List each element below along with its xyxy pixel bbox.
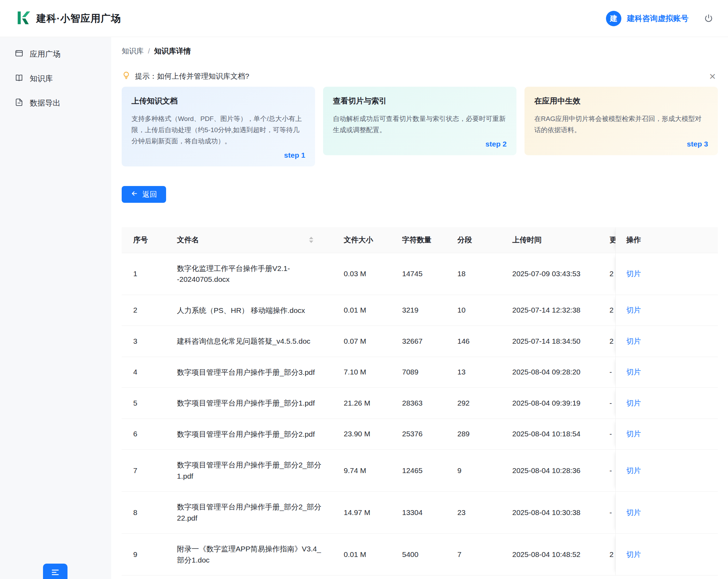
slice-link[interactable]: 切片 — [626, 466, 641, 476]
cell-filesize: 7.10 M — [332, 368, 391, 376]
cell-filesize: 21.26 M — [332, 399, 391, 407]
filename-text: 附录一《数字监理APP简易操作指南》V3.4_部分1.doc — [177, 543, 322, 565]
cell-upload-time: 2025-07-09 03:43:53 — [501, 270, 600, 278]
cell-filename: 数字项目管理平台用户操作手册_部分2_部分1.pdf — [165, 450, 332, 491]
breadcrumb-knowledge-base[interactable]: 知识库 — [122, 46, 144, 56]
card-body: 支持多种格式（Word、PDF、图片等），单个/总大小有上限，上传后自动处理（约… — [131, 113, 305, 147]
cell-index: 8 — [122, 508, 165, 517]
table-row: 3 建科咨询信息化常见问题答疑_v4.5.5.doc 0.07 M 32667 … — [122, 326, 718, 357]
cell-charcount: 7089 — [391, 368, 446, 376]
cell-filesize: 0.01 M — [332, 306, 391, 314]
cell-action: 切片 — [615, 357, 718, 388]
table-row: 5 数字项目管理平台用户操作手册_部分1.pdf 21.26 M 28363 2… — [122, 388, 718, 419]
breadcrumb-current: 知识库详情 — [154, 46, 191, 56]
cell-segments: 23 — [446, 508, 501, 517]
cell-index: 7 — [122, 466, 165, 475]
step-card-upload: 上传知识文档 支持多种格式（Word、PDF、图片等），单个/总大小有上限，上传… — [122, 87, 315, 166]
cell-upload-time: 2025-08-04 10:28:36 — [501, 466, 600, 475]
slice-link[interactable]: 切片 — [626, 305, 641, 315]
close-icon[interactable]: × — [709, 71, 716, 82]
cell-action: 切片 — [615, 295, 718, 326]
filename-text: 数字项目管理平台用户操作手册_部分2_部分1.pdf — [177, 459, 322, 481]
slice-link[interactable]: 切片 — [626, 367, 641, 377]
cell-action: 切片 — [615, 534, 718, 575]
back-button[interactable]: 返回 — [122, 186, 166, 203]
logout-icon[interactable] — [704, 14, 713, 23]
slice-link[interactable]: 切片 — [626, 550, 641, 559]
sidebar-item-data-export[interactable]: 数据导出 — [0, 91, 111, 115]
card-body: 自动解析成功后可查看切片数量与索引状态，必要时可重新生成或调整配置。 — [333, 113, 507, 136]
cell-action: 切片 — [615, 450, 718, 491]
cell-segments: 9 — [446, 466, 501, 475]
sidebar-item-label: 应用广场 — [30, 49, 60, 59]
cell-action: 切片 — [615, 388, 718, 419]
cell-index: 3 — [122, 337, 165, 345]
slice-link[interactable]: 切片 — [626, 336, 641, 346]
filename-text: 数字项目管理平台用户操作手册_部分3.pdf — [177, 367, 322, 378]
cell-charcount: 12465 — [391, 466, 446, 475]
cell-upload-time: 2025-07-14 12:32:38 — [501, 306, 600, 314]
breadcrumb-separator: / — [148, 47, 150, 55]
cell-filesize: 0.01 M — [332, 550, 391, 559]
step-card-slices: 查看切片与索引 自动解析成功后可查看切片数量与索引状态，必要时可重新生成或调整配… — [323, 87, 516, 155]
tip-banner: 提示：如何上传并管理知识库文档? × — [122, 71, 718, 82]
logo-wrap: 建科·小智应用广场 — [15, 10, 121, 27]
cell-segments: 7 — [446, 550, 501, 559]
cell-upload-time: 2025-08-04 09:28:20 — [501, 368, 600, 376]
col-header-index: 序号 — [122, 235, 165, 245]
cell-segments: 18 — [446, 270, 501, 278]
app-plaza-icon — [15, 49, 23, 60]
sidebar-item-app-plaza[interactable]: 应用广场 — [0, 42, 111, 66]
cell-upload-time: 2025-08-04 10:48:52 — [501, 550, 600, 559]
table-row: 8 数字项目管理平台用户操作手册_部分2_部分22.pdf 14.97 M 13… — [122, 492, 718, 534]
header-account[interactable]: 建 建科咨询虚拟账号 — [606, 11, 713, 26]
collapse-menu-button[interactable] — [43, 564, 67, 579]
cell-index: 9 — [122, 550, 165, 559]
slice-link[interactable]: 切片 — [626, 269, 641, 279]
col-header-filename[interactable]: 文件名 — [165, 234, 332, 245]
cell-charcount: 32667 — [391, 337, 446, 345]
col-header-filename-label: 文件名 — [177, 234, 199, 245]
cell-segments: 289 — [446, 430, 501, 438]
table-row: 9 附录一《数字监理APP简易操作指南》V3.4_部分1.doc 0.01 M … — [122, 534, 718, 576]
col-header-upload-time: 上传时间 — [501, 235, 600, 245]
sidebar: 应用广场 知识库 数据导出 — [0, 37, 111, 579]
cell-filesize: 0.03 M — [332, 270, 391, 278]
cell-charcount: 3219 — [391, 306, 446, 314]
slice-link[interactable]: 切片 — [626, 508, 641, 517]
cell-filename: 附录一《数字监理APP简易操作指南》V3.4_部分1.doc — [165, 534, 332, 575]
sort-icon[interactable] — [309, 237, 313, 243]
cell-filename: 数字化监理工作平台操作手册V2.1--20240705.docx — [165, 253, 332, 295]
cell-upload-time: 2025-08-04 09:39:19 — [501, 399, 600, 407]
cell-filesize: 9.74 M — [332, 466, 391, 475]
cell-action: 切片 — [615, 492, 718, 533]
avatar[interactable]: 建 — [606, 11, 621, 26]
collapse-menu-icon — [51, 568, 60, 578]
cell-filename: 数字项目管理平台用户操作手册_部分2_部分22.pdf — [165, 492, 332, 533]
cell-action: 切片 — [615, 326, 718, 357]
table-header-row: 序号 文件名 文件大小 字符数量 分段 上传时间 更 操作 — [122, 227, 718, 253]
col-header-segments: 分段 — [446, 235, 501, 245]
step-card-apply: 在应用中生效 在RAG应用中切片将会被模型检索并召回，形成大模型对话的依据语料。… — [524, 87, 718, 155]
cell-charcount: 5400 — [391, 550, 446, 559]
cell-charcount: 14745 — [391, 270, 446, 278]
slice-link[interactable]: 切片 — [626, 429, 641, 439]
slice-link[interactable]: 切片 — [626, 398, 641, 408]
breadcrumb: 知识库 / 知识库详情 — [122, 46, 718, 56]
cell-upload-time: 2025-07-14 18:34:50 — [501, 337, 600, 345]
cell-filename: 数字项目管理平台用户操作手册_部分2.pdf — [165, 419, 332, 450]
cell-index: 5 — [122, 399, 165, 407]
sidebar-item-knowledge-base[interactable]: 知识库 — [0, 66, 111, 91]
account-name[interactable]: 建科咨询虚拟账号 — [627, 13, 688, 24]
cell-charcount: 28363 — [391, 399, 446, 407]
cell-segments: 146 — [446, 337, 501, 345]
bulb-icon — [122, 71, 131, 81]
col-header-action: 操作 — [615, 227, 718, 253]
cell-action: 切片 — [615, 419, 718, 450]
cell-upload-time: 2025-08-04 10:18:54 — [501, 430, 600, 438]
table-row: 2 人力系统（PS、HR） 移动端操作.docx 0.01 M 3219 10 … — [122, 295, 718, 326]
table-row: 1 数字化监理工作平台操作手册V2.1--20240705.docx 0.03 … — [122, 253, 718, 295]
cell-action: 切片 — [615, 253, 718, 295]
cell-segments: 292 — [446, 399, 501, 407]
cell-index: 6 — [122, 430, 165, 438]
